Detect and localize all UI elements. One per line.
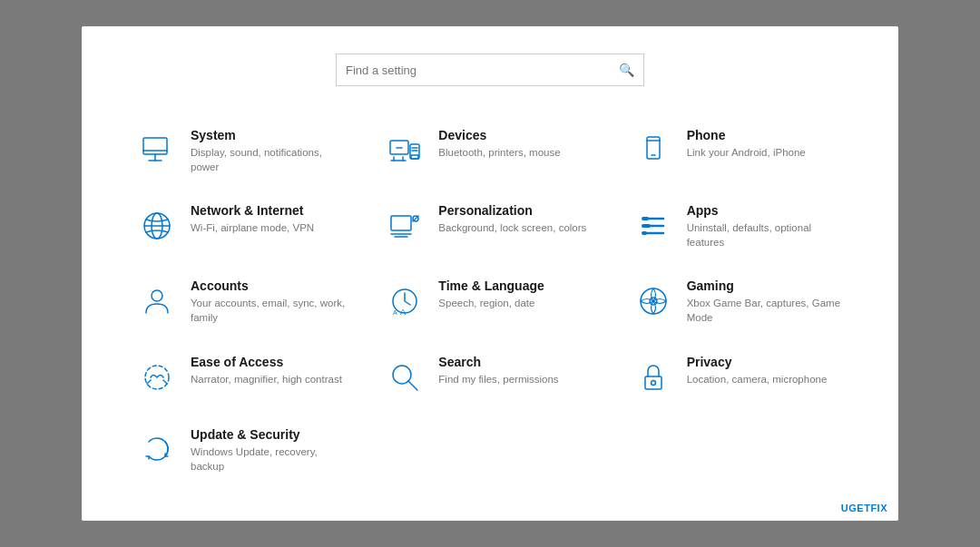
ease-title: Ease of Access — [191, 355, 342, 369]
ease-desc: Narrator, magnifier, high contrast — [191, 372, 342, 386]
search-icon: 🔍 — [619, 63, 634, 77]
search-text: Search Find my files, permissions — [438, 355, 558, 386]
privacy-icon — [632, 357, 674, 398]
devices-desc: Bluetooth, printers, mouse — [438, 145, 560, 160]
devices-title: Devices — [438, 128, 560, 142]
personalization-title: Personalization — [438, 203, 586, 218]
setting-item-ease[interactable]: Ease of Access Narrator, magnifier, high… — [118, 340, 366, 413]
gaming-title: Gaming — [687, 278, 844, 293]
ease-text: Ease of Access Narrator, magnifier, high… — [191, 355, 342, 386]
svg-point-42 — [651, 380, 655, 385]
personalization-icon — [384, 205, 426, 247]
search-bar[interactable]: 🔍 — [336, 54, 644, 86]
apps-icon — [632, 205, 674, 247]
phone-icon — [632, 130, 674, 171]
setting-item-devices[interactable]: Devices Bluetooth, printers, mouse — [366, 113, 613, 189]
svg-point-30 — [152, 290, 162, 301]
gaming-desc: Xbox Game Bar, captures, Game Mode — [687, 296, 844, 325]
phone-desc: Link your Android, iPhone — [687, 145, 806, 160]
network-icon — [136, 205, 178, 247]
gaming-text: Gaming Xbox Game Bar, captures, Game Mod… — [687, 278, 844, 325]
svg-rect-0 — [143, 138, 167, 154]
svg-rect-19 — [391, 216, 411, 230]
gaming-icon — [632, 280, 674, 322]
search-desc: Find my files, permissions — [438, 372, 558, 386]
privacy-text: Privacy Location, camera, microphone — [687, 355, 828, 386]
privacy-title: Privacy — [687, 355, 828, 369]
accounts-title: Accounts — [191, 278, 348, 293]
setting-item-system[interactable]: System Display, sound, notifications, po… — [118, 113, 366, 189]
personalization-desc: Background, lock screen, colors — [438, 220, 586, 235]
setting-item-gaming[interactable]: Gaming Xbox Game Bar, captures, Game Mod… — [614, 264, 862, 339]
setting-item-accounts[interactable]: Accounts Your accounts, email, sync, wor… — [118, 264, 366, 339]
svg-line-38 — [163, 380, 167, 384]
time-desc: Speech, region, date — [438, 296, 544, 310]
search-title: Search — [438, 355, 558, 369]
time-title: Time & Language — [438, 278, 544, 293]
setting-item-apps[interactable]: Apps Uninstall, defaults, optional featu… — [614, 189, 862, 264]
setting-item-search[interactable]: Search Find my files, permissions — [366, 340, 613, 413]
update-desc: Windows Update, recovery, backup — [191, 444, 348, 474]
privacy-desc: Location, camera, microphone — [687, 372, 828, 386]
system-title: System — [191, 128, 348, 142]
svg-line-40 — [408, 381, 417, 390]
setting-item-update[interactable]: Update & Security Windows Update, recove… — [118, 413, 366, 488]
update-icon — [136, 429, 178, 471]
watermark: UGETFIX — [841, 503, 887, 513]
apps-desc: Uninstall, defaults, optional features — [687, 220, 844, 249]
apps-text: Apps Uninstall, defaults, optional featu… — [687, 203, 844, 249]
update-title: Update & Security — [191, 427, 348, 442]
personalization-text: Personalization Background, lock screen,… — [438, 203, 586, 235]
settings-grid: System Display, sound, notifications, po… — [118, 113, 862, 488]
svg-rect-9 — [411, 155, 418, 159]
accounts-text: Accounts Your accounts, email, sync, wor… — [191, 278, 348, 325]
system-text: System Display, sound, notifications, po… — [191, 128, 348, 174]
svg-text:A: A — [400, 308, 406, 317]
search-input[interactable] — [346, 63, 619, 77]
system-desc: Display, sound, notifications, power — [191, 145, 348, 174]
system-icon — [136, 130, 178, 171]
phone-text: Phone Link your Android, iPhone — [687, 128, 806, 160]
network-title: Network & Internet — [191, 203, 314, 218]
setting-item-time[interactable]: A A Time & Language Speech, region, date — [366, 264, 613, 339]
setting-item-phone[interactable]: Phone Link your Android, iPhone — [614, 113, 862, 189]
time-text: Time & Language Speech, region, date — [438, 278, 544, 310]
time-icon: A A — [384, 280, 426, 322]
ease-icon — [136, 357, 178, 398]
svg-text:A: A — [393, 309, 397, 316]
devices-text: Devices Bluetooth, printers, mouse — [438, 128, 560, 160]
search-settings-icon — [384, 357, 426, 398]
apps-title: Apps — [687, 203, 844, 218]
settings-window: 🔍 System Display, sound, notifications, … — [82, 26, 898, 521]
setting-item-network[interactable]: Network & Internet Wi-Fi, airplane mode,… — [118, 189, 366, 264]
network-desc: Wi-Fi, airplane mode, VPN — [191, 220, 314, 235]
phone-title: Phone — [687, 128, 806, 142]
svg-line-37 — [147, 380, 151, 384]
network-text: Network & Internet Wi-Fi, airplane mode,… — [191, 203, 314, 235]
update-text: Update & Security Windows Update, recove… — [191, 427, 348, 474]
setting-item-privacy[interactable]: Privacy Location, camera, microphone — [614, 340, 862, 413]
accounts-desc: Your accounts, email, sync, work, family — [191, 296, 348, 325]
devices-icon — [384, 130, 426, 171]
svg-rect-41 — [645, 376, 662, 389]
setting-item-personalization[interactable]: Personalization Background, lock screen,… — [366, 189, 613, 264]
accounts-icon — [136, 280, 178, 322]
